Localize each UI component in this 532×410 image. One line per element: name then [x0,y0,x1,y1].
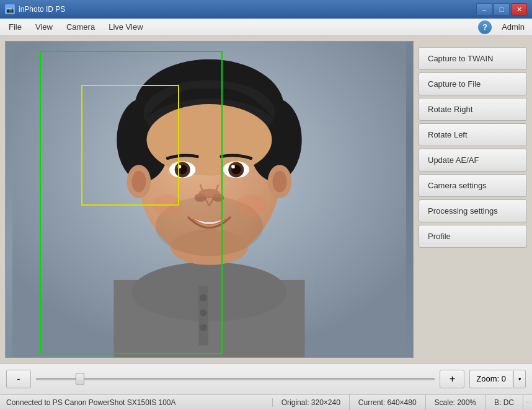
help-button[interactable]: ? [478,20,492,34]
zoom-value: Zoom: 0 [469,370,512,388]
update-aeaf-button[interactable]: Update AE/AF [419,149,527,172]
admin-button[interactable]: Admin [497,21,530,33]
menu-file[interactable]: File [2,20,28,33]
status-mode: B: DC [485,395,523,410]
processing-settings-button[interactable]: Processing settings [419,199,527,222]
minimize-button[interactable]: – [476,3,492,15]
zoom-plus-button[interactable]: + [440,370,464,388]
status-bar: Connected to PS Canon PowerShot SX150IS … [0,394,532,410]
main-content: Capture to TWAIN Capture to File Rotate … [0,36,532,363]
title-bar: 📷 inPhoto ID PS – □ ✕ [0,0,532,19]
camera-background [6,41,413,357]
svg-point-7 [200,309,207,316]
status-connected: Connected to PS Canon PowerShot SX150IS … [0,398,273,407]
svg-point-27 [131,171,146,193]
resize-handle[interactable]: ⋯ [523,395,532,411]
status-current: Current: 640×480 [350,395,426,410]
svg-point-29 [273,171,287,193]
svg-point-8 [200,324,207,331]
svg-point-33 [236,194,266,216]
close-button[interactable]: ✕ [511,3,527,15]
camera-view [5,41,414,358]
camera-settings-button[interactable]: Camera settings [419,174,527,197]
title-left: 📷 inPhoto ID PS [5,4,65,14]
zoom-slider-container [36,370,435,388]
svg-point-32 [153,194,182,216]
rotate-right-button[interactable]: Rotate Right [419,98,527,121]
capture-twain-button[interactable]: Capture to TWAIN [419,47,527,70]
menu-view[interactable]: View [29,20,59,33]
app-icon: 📷 [5,4,15,14]
menu-right: ? Admin [478,20,530,34]
zoom-minus-button[interactable]: - [6,370,31,388]
capture-file-button[interactable]: Capture to File [419,72,527,95]
maximize-button[interactable]: □ [494,3,510,15]
zoom-display: Zoom: 0 ▾ [469,370,526,388]
menu-camera[interactable]: Camera [60,20,101,33]
zoom-dropdown-button[interactable]: ▾ [513,370,526,388]
svg-point-18 [178,165,182,168]
menu-liveview[interactable]: Live View [102,20,149,33]
person-image [6,41,413,357]
svg-point-6 [200,294,207,302]
status-scale: Scale: 200% [426,395,485,410]
rotate-left-button[interactable]: Rotate Left [419,123,527,146]
menu-items: File View Camera Live View [2,20,149,33]
status-original: Original: 320×240 [273,395,350,410]
menu-bar: File View Camera Live View ? Admin [0,19,532,36]
title-text: inPhoto ID PS [19,5,65,14]
svg-point-4 [131,262,286,321]
profile-button[interactable]: Profile [419,225,527,248]
svg-point-22 [231,165,235,168]
svg-point-14 [146,104,272,175]
bottom-controls: - + Zoom: 0 ▾ [0,363,532,394]
right-panel: Capture to TWAIN Capture to File Rotate … [419,41,527,358]
title-controls: – □ ✕ [476,3,527,15]
zoom-slider[interactable] [36,378,435,380]
